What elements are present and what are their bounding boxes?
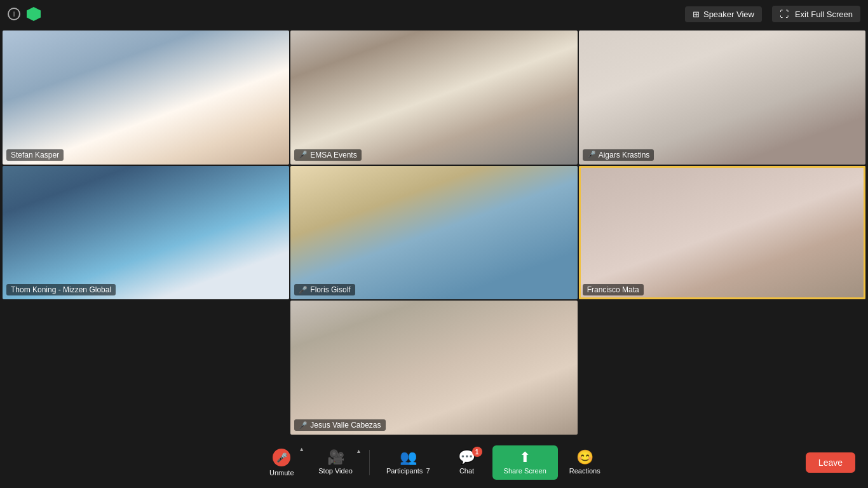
top-bar-left: i (8, 7, 41, 21)
chat-label: Chat (459, 467, 474, 475)
video-icon: 🎥 (327, 451, 344, 464)
participant-name-francisco: Francisco Mata (583, 284, 644, 295)
stop-video-button[interactable]: ▲ 🎥 Stop Video (307, 445, 364, 480)
participants-icon: 👥 (400, 451, 417, 464)
participant-name-thom: Thom Koning - Mizzen Global (6, 284, 116, 295)
bottom-toolbar: ▲ 🎤 Unmute ▲ 🎥 Stop Video 👥 Participants… (0, 437, 868, 488)
chat-badge: 1 (472, 447, 482, 457)
participants-button[interactable]: 👥 Participants 7 (375, 445, 442, 480)
video-cell-francisco: Francisco Mata (579, 166, 865, 300)
reactions-icon: 😊 (576, 451, 593, 464)
video-cell-jesus: 🎤 Jesus Valle Cabezas (290, 301, 577, 435)
participant-name-aigars: 🎤 Aigars Krastins (583, 149, 654, 161)
video-cell-floris: 🎤 Floris Gisolf (290, 166, 577, 300)
video-cell-aigars: 🎤 Aigars Krastins (579, 30, 865, 165)
share-screen-icon: ⬆ (519, 451, 531, 464)
exit-fullscreen-label: Exit Full Screen (795, 10, 853, 19)
mic-off-icon-jesus: 🎤 (299, 421, 308, 430)
exit-fullscreen-button[interactable]: ⛶ Exit Full Screen (772, 6, 860, 22)
top-bar-right: ⊞ Speaker View ⛶ Exit Full Screen (685, 6, 860, 22)
stop-video-label: Stop Video (318, 467, 353, 475)
video-grid: Stefan Kasper 🎤 EMSA Events 🎤 Aigars Kra… (0, 28, 868, 437)
share-screen-button[interactable]: ⬆ Share Screen (492, 445, 558, 480)
video-cell-emsa: 🎤 EMSA Events (290, 30, 577, 165)
unmute-button[interactable]: ▲ 🎤 Unmute (256, 444, 307, 482)
participant-name-stefan: Stefan Kasper (6, 149, 64, 161)
top-bar: i ⊞ Speaker View ⛶ Exit Full Screen (0, 0, 868, 28)
unmute-caret-icon[interactable]: ▲ (299, 446, 304, 452)
video-caret-icon[interactable]: ▲ (356, 448, 362, 454)
video-cell-empty-right (579, 301, 865, 435)
mic-icon: 🎤 (273, 449, 290, 466)
video-cell-empty-left (3, 301, 289, 435)
speaker-view-icon: ⊞ (693, 10, 700, 19)
toolbar-divider-1 (369, 450, 370, 475)
leave-button[interactable]: Leave (806, 452, 855, 473)
mic-off-icon-emsa: 🎤 (299, 151, 308, 159)
participant-name-floris: 🎤 Floris Gisolf (294, 284, 355, 295)
speaker-view-button[interactable]: ⊞ Speaker View (685, 6, 762, 22)
exit-fullscreen-icon: ⛶ (780, 9, 789, 19)
mic-off-icon-floris: 🎤 (299, 286, 308, 294)
video-cell-thom: Thom Koning - Mizzen Global (3, 166, 289, 300)
info-icon[interactable]: i (8, 8, 20, 20)
participant-name-jesus: 🎤 Jesus Valle Cabezas (294, 419, 385, 431)
participants-label: Participants 7 (386, 467, 430, 475)
participant-name-emsa: 🎤 EMSA Events (294, 149, 361, 161)
unmute-label: Unmute (269, 469, 294, 477)
mic-off-icon-aigars: 🎤 (587, 151, 596, 159)
share-screen-label: Share Screen (504, 467, 546, 475)
shield-icon (27, 7, 41, 21)
video-cell-stefan: Stefan Kasper (3, 30, 289, 165)
reactions-label: Reactions (569, 467, 600, 475)
chat-button[interactable]: 1 💬 Chat (442, 445, 492, 480)
speaker-view-label: Speaker View (703, 10, 754, 19)
reactions-button[interactable]: 😊 Reactions (558, 445, 612, 480)
